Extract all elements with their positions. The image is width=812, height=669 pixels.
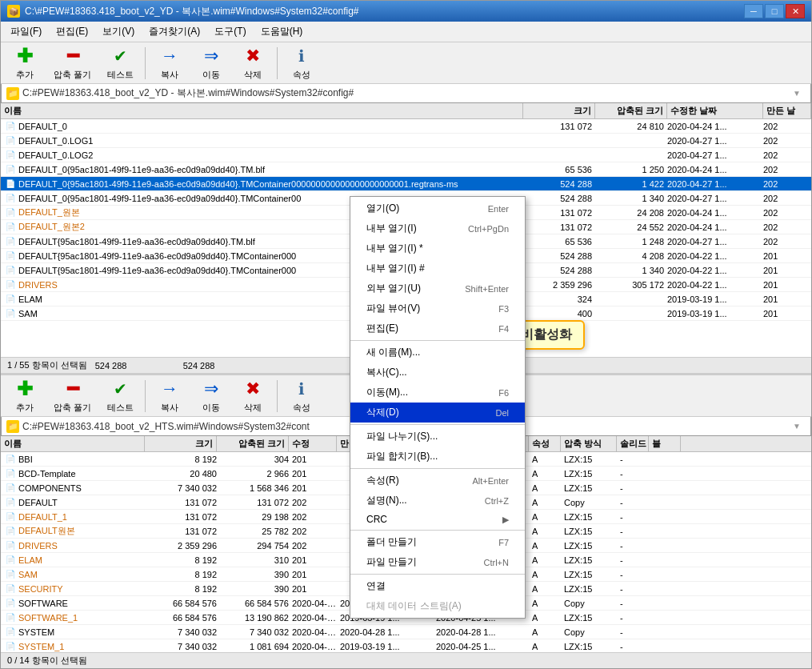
context-menu-item[interactable]: 열기(O) Enter [350,198,525,218]
context-menu-item[interactable]: 새 이름(M)... [350,343,525,363]
table-row[interactable]: 📄 DEFAULT_0{95ac1801-49f9-11e9-aa36-ec0d… [1,162,811,177]
context-menu-item[interactable]: CRC ▶ [350,511,525,528]
file-size: 8 192 [146,584,218,594]
file-icon: 📄 [4,308,17,319]
extract-label: 압축 풀기 [54,69,91,81]
file-icon: 📄 [4,150,17,161]
context-menu-item[interactable]: 연결 [350,576,525,596]
copy-button-2[interactable]: → 복사 [150,375,189,417]
ctx-item-label: 복사(C)... [366,366,407,379]
context-menu-item[interactable]: 내부 열기(I) Ctrl+PgDn [350,218,525,238]
minimize-button[interactable]: ─ [744,4,763,18]
tooltip-text: 비활성화 [521,327,572,341]
file-date: 2019-03-19 1... [666,309,762,318]
properties-icon-2: ℹ [290,378,313,400]
test-icon: ✔ [110,45,132,67]
menu-help[interactable]: 도움말(H) [254,23,310,40]
b-header-solid: 솔리드 [617,436,649,451]
menu-favorites[interactable]: 즐겨찾기(A) [142,23,206,40]
file-made: 201 [762,309,810,318]
file-name: DEFAULT_0{95ac1801-49f9-11e9-aa36-ec0d9a… [18,165,265,174]
file-made: 202 [762,237,810,246]
table-row[interactable]: 📄 SYSTEM_1 7 340 032 1 081 694 2020-04-2… [1,639,811,652]
context-menu-item[interactable]: 파일 합치기(B)... [350,447,525,467]
file-icon: 📄 [4,454,17,465]
file-made: 202 [762,194,810,203]
file-icon: 📄 [4,483,17,494]
add-button-2[interactable]: ✚ 추가 [6,375,44,417]
table-row[interactable]: 📄 DEFAULT_0.LOG2 2020-04-27 1... 202 [1,148,811,162]
file-attr: A [530,512,562,522]
context-menu-item[interactable]: 삭제(D) Del [350,403,525,423]
delete-button[interactable]: ✖ 삭제 [234,42,272,84]
file-size: 131 072 [146,527,218,536]
file-name: SAM [18,309,38,318]
move-button[interactable]: ⇒ 이동 [192,42,230,84]
file-size: 131 072 [146,512,218,522]
context-menu-item[interactable]: 파일 나누기(S)... [350,427,525,447]
move-button-2[interactable]: ⇒ 이동 [192,375,230,417]
menu-edit[interactable]: 편집(E) [50,23,94,40]
context-menu-item[interactable]: 폴더 만들기 F7 [350,532,525,552]
file-date: 202 [290,512,338,522]
file-size: 8 192 [146,570,218,579]
file-name: DEFAULT_0.LOG2 [18,150,93,160]
maximize-button[interactable]: □ [765,4,784,18]
file-name: DEFAULT_원본2 [18,221,85,233]
file-method: LZX:15 [562,570,618,579]
context-menu-item[interactable]: 속성(R) Alt+Enter [350,471,525,491]
context-menu-item[interactable]: 복사(C)... [350,363,525,383]
context-menu-item[interactable]: 편집(E) F4 [350,318,525,339]
file-csize: 66 584 576 [218,599,290,608]
menu-tools[interactable]: 도구(T) [208,23,252,40]
delete-button-2[interactable]: ✖ 삭제 [234,375,272,417]
address-dropdown-top[interactable]: ▼ [793,89,806,98]
test-button-2[interactable]: ✔ 테스트 [101,375,140,417]
menu-file[interactable]: 파일(F) [4,23,48,40]
file-date: 201 [290,584,338,594]
extract-button[interactable]: ━ 압축 풀기 [47,42,98,84]
file-icon: 📄 [4,497,17,508]
copy-button[interactable]: → 복사 [150,42,189,84]
menu-view[interactable]: 보기(V) [96,23,141,40]
window-title: C:\#PEW#18363.418_boot_v2_YD - 복사본.wim#W… [25,5,359,18]
table-row[interactable]: 📄 SYSTEM 7 340 032 7 340 032 2020-04-28 … [1,625,811,639]
ctx-item-shortcut: Ctrl+Z [485,496,509,506]
file-cdate: 2019-03-19 1... [338,642,434,651]
context-menu-item[interactable]: 내부 열기(I) # [350,258,525,278]
file-solid: - [618,541,650,551]
ctx-item-shortcut: Enter [488,204,509,214]
context-menu-item[interactable]: 파일 뷰어(V) F3 [350,298,525,318]
extract-button-2[interactable]: ━ 압축 풀기 [47,375,98,417]
context-menu-item[interactable]: 설명(N)... Ctrl+Z [350,491,525,511]
file-icon: 📄 [4,135,17,146]
file-date: 2020-04-27 1... [666,150,762,160]
file-icon: 📄 [4,265,17,276]
table-row[interactable]: 📄 DEFAULT_0.LOG1 2020-04-27 1... 202 [1,134,811,148]
ctx-item-label: 파일 합치기(B)... [366,450,438,463]
table-row[interactable]: 📄 DEFAULT_0{95ac1801-49f9-11e9-aa36-ec0d… [1,177,811,191]
properties-button-2[interactable]: ℹ 속성 [282,375,321,417]
context-menu-item[interactable]: 내부 열기(I) * [350,238,525,258]
table-row[interactable]: 📄 DEFAULT_0 131 072 24 810 2020-04-24 1.… [1,119,811,134]
file-icon: 📄 [4,641,17,652]
test-button[interactable]: ✔ 테스트 [101,42,140,84]
add-icon: ✚ [14,45,36,67]
file-icon: 📄 [4,627,17,638]
context-menu-item[interactable]: 외부 열기(U) Shift+Enter [350,278,525,298]
properties-button[interactable]: ℹ 속성 [282,42,321,84]
file-csize: 304 [218,455,290,464]
close-button[interactable]: ✕ [786,4,805,18]
file-date: 202 [290,498,338,507]
delete-icon: ✖ [242,45,264,67]
add-icon-2: ✚ [14,378,36,400]
address-dropdown-bottom[interactable]: ▼ [793,422,806,431]
file-attr: A [530,469,562,479]
ctx-item-shortcut: Alt+Enter [472,476,509,486]
context-menu-item[interactable]: 이동(M)... F6 [350,383,525,403]
file-date: 202 [290,527,338,536]
context-menu-item[interactable]: 파일 만들기 Ctrl+N [350,552,525,572]
add-button[interactable]: ✚ 추가 [6,42,44,84]
ctx-item-label: 파일 만들기 [366,555,417,569]
file-solid: - [618,584,650,594]
